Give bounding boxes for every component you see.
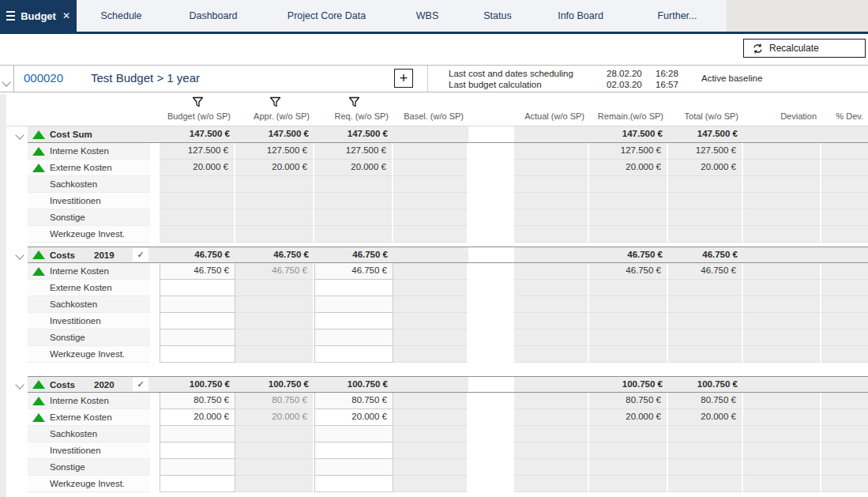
scheduling-time: 16:28 [656, 68, 691, 79]
tab-status[interactable]: Status [462, 0, 533, 32]
row-label-cell[interactable]: Werkzeuge Invest. [28, 476, 150, 492]
row-label-cell[interactable]: Sachkosten [28, 176, 150, 193]
row-expander[interactable] [6, 126, 28, 143]
cell-basel [393, 263, 468, 280]
cell-actual [514, 376, 589, 393]
cell-req-input[interactable] [314, 313, 393, 329]
cell-req-input[interactable] [314, 346, 393, 363]
add-project-button[interactable]: + [394, 69, 413, 88]
approved-checkbox[interactable]: ✓ [133, 378, 148, 391]
cell-appr [235, 193, 314, 209]
cell-budget-input[interactable] [160, 476, 235, 492]
row-label-cell[interactable]: Sonstige [28, 459, 150, 476]
row-label-cell[interactable]: Sonstige [28, 329, 150, 346]
cell-pdev [821, 126, 868, 143]
cell-dev [743, 346, 821, 363]
row-expander[interactable] [6, 247, 28, 263]
cell-req-input[interactable] [314, 426, 393, 442]
cell-actual [514, 126, 589, 143]
group-header-row: Costs2019✓46.750 €46.750 €46.750 €46.750… [6, 247, 868, 263]
cell-req-input[interactable]: 46.750 € [314, 263, 393, 280]
cell-pdev [821, 376, 868, 393]
cell-budget: 46.750 € [160, 247, 235, 263]
row-label-cell[interactable]: Interne Kosten [28, 393, 150, 409]
hamburger-menu-icon[interactable] [6, 11, 15, 21]
cell-budget-input[interactable]: 46.750 € [160, 263, 235, 280]
cell-remain [589, 329, 668, 346]
row-label-cell[interactable]: Investitionen [28, 193, 150, 209]
row-label-cell[interactable]: Externe Kosten [28, 280, 150, 296]
column-header-req: Req. (w/o SP) [314, 111, 393, 121]
tab-budget-active[interactable]: Budget ✕ [0, 0, 77, 32]
filter-icon[interactable] [348, 96, 360, 108]
tab-wbs[interactable]: WBS [393, 0, 462, 32]
cell-budget-input[interactable] [160, 329, 235, 346]
cell-dev [743, 263, 821, 280]
filter-icon[interactable] [269, 96, 281, 108]
cell-basel [393, 209, 468, 226]
cell-budget-input[interactable] [160, 280, 235, 296]
cell-budget-input[interactable] [160, 442, 235, 459]
cell-req-input[interactable] [314, 329, 393, 346]
cell-basel [393, 226, 468, 243]
cell-appr [235, 476, 314, 492]
indent-cell [6, 280, 28, 296]
cell-budget-input[interactable] [160, 346, 235, 363]
cell-req-input[interactable]: 20.000 € [314, 409, 393, 426]
cell-budget-input[interactable] [160, 313, 235, 329]
trend-up-icon [28, 397, 50, 405]
cost-row: Interne Kosten80.750 €80.750 €80.750 €80… [6, 393, 868, 409]
row-label: Investitionen [50, 446, 101, 455]
row-label-cell[interactable]: Sonstige [28, 209, 150, 226]
row-label-cell[interactable]: Sachkosten [28, 426, 150, 442]
cell-budget-input[interactable]: 80.750 € [160, 393, 235, 409]
cell-req-input[interactable] [314, 476, 393, 492]
chevron-down-icon[interactable] [15, 380, 24, 389]
chevron-down-icon[interactable] [15, 250, 24, 259]
cell-req-input[interactable] [314, 459, 393, 476]
tab-info-board[interactable]: Info Board [533, 0, 628, 32]
tab-further[interactable]: Further... [628, 0, 727, 32]
row-label-cell[interactable]: Interne Kosten [28, 143, 150, 160]
cell-budget-input[interactable]: 20.000 € [160, 409, 235, 426]
row-label-cell[interactable]: Investitionen [28, 442, 150, 459]
row-label-cell[interactable]: Externe Kosten [28, 409, 150, 426]
row-label-cell[interactable]: Werkzeuge Invest. [28, 226, 150, 243]
check-icon: ✓ [137, 250, 144, 260]
gap-column [468, 476, 514, 492]
row-label-cell[interactable]: Sachkosten [28, 296, 150, 313]
tab-project-core-data[interactable]: Project Core Data [261, 0, 393, 32]
column-header-dev: Deviation [743, 111, 821, 121]
cell-req-input[interactable] [314, 296, 393, 313]
tab-dashboard[interactable]: Dashboard [166, 0, 261, 32]
cost-row: Sonstige [6, 459, 868, 476]
row-expander[interactable] [6, 376, 28, 393]
cell-budget-input[interactable] [160, 426, 235, 442]
row-label-cell[interactable]: Interne Kosten [28, 263, 150, 280]
filter-icon[interactable] [192, 96, 204, 108]
cell-req-input[interactable] [314, 280, 393, 296]
indent-cell [6, 476, 28, 492]
cell-actual [514, 160, 589, 176]
project-expander-icon[interactable] [3, 74, 9, 88]
row-label-cell[interactable]: Investitionen [28, 313, 150, 329]
cell-req-input[interactable] [314, 442, 393, 459]
tab-schedule[interactable]: Schedule [77, 0, 166, 32]
cell-total: 127.500 € [668, 143, 743, 160]
cell-budget-input[interactable] [160, 296, 235, 313]
cell-basel [393, 160, 468, 176]
gap-column [468, 393, 514, 409]
recalculate-button[interactable]: Recalculate [743, 39, 866, 58]
gap-column [468, 176, 514, 193]
row-label-cell[interactable]: Werkzeuge Invest. [28, 346, 150, 363]
cell-req-input[interactable]: 80.750 € [314, 393, 393, 409]
cell-actual [514, 143, 589, 160]
cell-budget-input[interactable] [160, 459, 235, 476]
column-header-actual: Actual (w/o SP) [514, 111, 589, 121]
green-triangle-icon [32, 380, 45, 389]
row-label-cell[interactable]: Externe Kosten [28, 160, 150, 176]
chevron-down-icon[interactable] [15, 130, 24, 139]
approved-checkbox[interactable]: ✓ [133, 248, 148, 262]
row-label: Externe Kosten [50, 163, 112, 172]
close-tab-icon[interactable]: ✕ [62, 10, 70, 21]
